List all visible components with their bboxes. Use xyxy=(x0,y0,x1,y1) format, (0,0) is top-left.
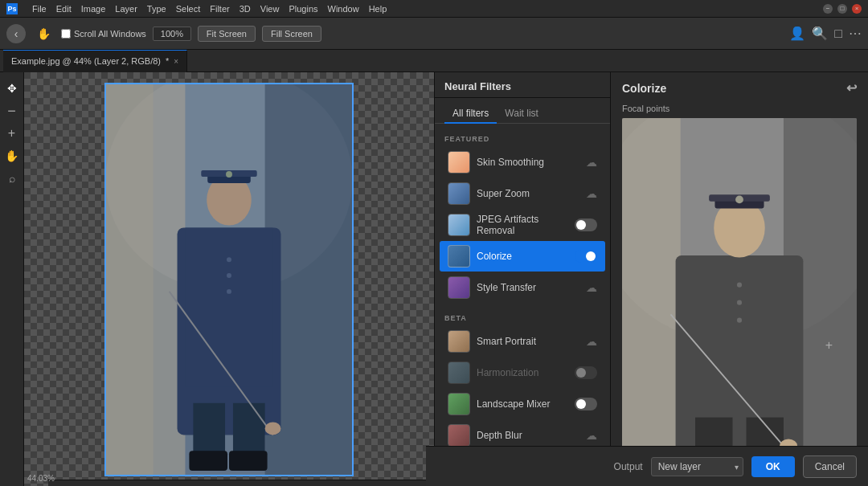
scroll-all-windows-checkbox[interactable]: Scroll All Windows xyxy=(61,29,146,39)
output-select-wrapper[interactable]: New layerCurrent layerNew document xyxy=(651,457,743,476)
toolbox: ✥ − + ✋ ⌕ xyxy=(0,72,24,486)
landscape-mixer-label: Landscape Mixer xyxy=(477,398,568,410)
cancel-button[interactable]: Cancel xyxy=(803,455,857,478)
move-tool[interactable]: ✥ xyxy=(2,79,22,98)
filter-super-zoom[interactable]: Super Zoom ☁ xyxy=(440,178,605,209)
canvas-status: 44.03% xyxy=(27,474,55,483)
canvas-image-container[interactable] xyxy=(104,83,354,476)
filter-skin-smoothing[interactable]: Skin Smoothing ☁ xyxy=(440,147,605,178)
svg-point-36 xyxy=(737,283,742,288)
canvas-area: 44.03% xyxy=(24,72,434,486)
zoom-in-tool[interactable]: + xyxy=(2,124,22,143)
toolbar: ‹ ✋ Scroll All Windows 100% Fit Screen F… xyxy=(0,18,868,50)
zoom-out-tool[interactable]: − xyxy=(2,101,22,120)
app-icon: Ps xyxy=(6,3,18,14)
menu-item-3d[interactable]: 3D xyxy=(240,4,251,14)
colorize-preview-panel: Colorize ↩ Focal points xyxy=(611,72,868,486)
menu-item-help[interactable]: Help xyxy=(369,4,387,14)
menu-item-select[interactable]: Select xyxy=(176,4,201,14)
hand-tool[interactable]: ✋ xyxy=(2,146,22,165)
window-controls[interactable]: − □ × xyxy=(823,4,862,14)
filter-smart-portrait[interactable]: Smart Portrait ☁ xyxy=(440,326,605,357)
more-icon[interactable]: ⋯ xyxy=(849,26,862,41)
jpeg-artifacts-toggle[interactable] xyxy=(575,218,597,231)
filter-depth-blur[interactable]: Depth Blur ☁ xyxy=(440,420,605,446)
landscape-mixer-toggle[interactable] xyxy=(575,398,597,410)
tab-title: Example.jpg @ 44% (Layer 2, RGB/8) xyxy=(11,56,161,66)
filter-colorize[interactable]: Colorize xyxy=(440,241,605,272)
back-button[interactable]: ‹ xyxy=(6,24,26,43)
bottom-bar: Output New layerCurrent layerNew documen… xyxy=(426,446,868,486)
super-zoom-label: Super Zoom xyxy=(477,188,579,199)
jpeg-artifacts-label: JPEG Artifacts Removal xyxy=(477,214,568,236)
filter-style-transfer[interactable]: Style Transfer ☁ xyxy=(440,272,605,303)
smart-portrait-icon xyxy=(448,330,470,353)
menu-item-type[interactable]: Type xyxy=(147,4,166,14)
harmonization-label: Harmonization xyxy=(477,367,568,378)
jpeg-artifacts-icon xyxy=(448,214,470,236)
preview-portrait-svg xyxy=(622,118,857,481)
skin-smoothing-label: Skin Smoothing xyxy=(477,157,579,168)
landscape-mixer-icon xyxy=(448,393,470,415)
output-label: Output xyxy=(614,461,643,472)
focal-point-cross[interactable]: + xyxy=(825,338,833,353)
output-select[interactable]: New layerCurrent layerNew document xyxy=(651,457,743,476)
ok-button[interactable]: OK xyxy=(751,456,795,477)
neural-filters-list: FEATURED Skin Smoothing ☁ Super Zoom ☁ J… xyxy=(435,124,610,446)
colorize-label: Colorize xyxy=(477,251,568,262)
tab-modified: * xyxy=(166,56,169,66)
hand-tool-button[interactable]: ✋ xyxy=(32,22,55,45)
fill-screen-button[interactable]: Fill Screen xyxy=(262,26,321,42)
fit-screen-button[interactable]: Fit Screen xyxy=(198,26,256,42)
style-transfer-label: Style Transfer xyxy=(477,282,579,293)
close-button[interactable]: × xyxy=(852,4,862,14)
menu-item-file[interactable]: File xyxy=(32,4,47,14)
search-tool[interactable]: ⌕ xyxy=(2,169,22,188)
tab-all-filters[interactable]: All filters xyxy=(444,104,497,124)
preview-image-container[interactable]: + xyxy=(622,118,857,481)
filter-landscape-mixer[interactable]: Landscape Mixer xyxy=(440,389,605,419)
filter-jpeg-artifacts[interactable]: JPEG Artifacts Removal xyxy=(440,210,605,240)
colorize-title: Colorize xyxy=(622,82,666,95)
svg-point-37 xyxy=(737,300,742,305)
depth-blur-cloud-icon: ☁ xyxy=(586,429,597,442)
user-icon[interactable]: 👤 xyxy=(789,26,805,41)
tab-bar: Example.jpg @ 44% (Layer 2, RGB/8) * × xyxy=(0,50,868,72)
svg-rect-20 xyxy=(106,84,352,475)
depth-blur-label: Depth Blur xyxy=(477,430,579,441)
reset-icon[interactable]: ↩ xyxy=(846,80,857,96)
horizontal-scrollbar[interactable] xyxy=(48,480,434,486)
svg-point-38 xyxy=(737,318,742,323)
menu-bar: FileEditImageLayerTypeSelectFilter3DView… xyxy=(32,4,387,14)
document-tab[interactable]: Example.jpg @ 44% (Layer 2, RGB/8) * × xyxy=(3,50,187,72)
tab-wait-list[interactable]: Wait list xyxy=(497,104,547,124)
harmonization-icon xyxy=(448,361,470,384)
tab-close-button[interactable]: × xyxy=(174,57,178,66)
scroll-all-windows-input[interactable] xyxy=(61,29,71,39)
style-transfer-icon xyxy=(448,276,470,299)
menu-item-image[interactable]: Image xyxy=(81,4,106,14)
harmonization-toggle[interactable] xyxy=(575,366,597,379)
menu-item-plugins[interactable]: Plugins xyxy=(289,4,317,14)
neural-filters-header: Neural Filters xyxy=(435,72,610,98)
featured-section-label: FEATURED xyxy=(435,130,610,146)
svg-rect-23 xyxy=(622,118,681,481)
maximize-button[interactable]: □ xyxy=(837,4,847,14)
main-area: ✥ − + ✋ ⌕ xyxy=(0,72,868,486)
style-transfer-cloud-icon: ☁ xyxy=(586,281,597,294)
super-zoom-cloud-icon: ☁ xyxy=(586,187,597,200)
menu-item-view[interactable]: View xyxy=(260,4,280,14)
focal-points-label: Focal points xyxy=(611,104,868,118)
minimize-button[interactable]: − xyxy=(823,4,833,14)
menu-item-layer[interactable]: Layer xyxy=(115,4,137,14)
neural-filters-tabs: All filters Wait list xyxy=(435,98,610,124)
search-icon[interactable]: 🔍 xyxy=(812,26,828,41)
filter-harmonization[interactable]: Harmonization xyxy=(440,357,605,388)
menu-item-window[interactable]: Window xyxy=(328,4,359,14)
canvas-portrait xyxy=(106,84,352,475)
neural-filters-panel: Neural Filters All filters Wait list FEA… xyxy=(434,72,611,486)
colorize-toggle[interactable] xyxy=(575,250,597,263)
menu-item-filter[interactable]: Filter xyxy=(210,4,229,14)
menu-item-edit[interactable]: Edit xyxy=(56,4,72,14)
panels-icon[interactable]: □ xyxy=(834,27,842,41)
